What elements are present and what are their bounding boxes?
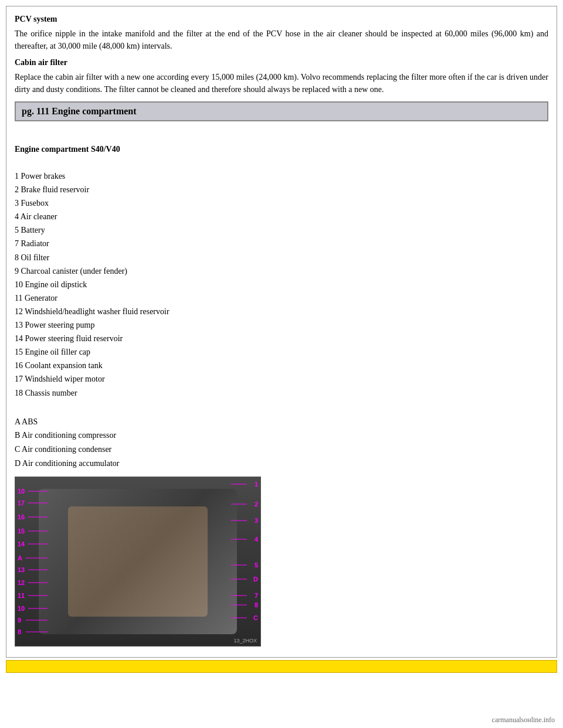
pcv-body: The orifice nipple in the intake manifol… <box>15 28 548 52</box>
bottom-yellow-bar <box>6 660 557 673</box>
diag-label-12-left: 12 <box>18 579 25 586</box>
list-item: C Air conditioning condenser <box>15 443 548 457</box>
list-item: 9 Charcoal canister (under fender) <box>15 264 548 278</box>
pcv-title: PCV system <box>15 15 548 24</box>
diag-label-8r-right: 8 <box>255 601 258 608</box>
list-item: 5 Battery <box>15 223 548 237</box>
list-item: 12 Windshield/headlight washer fluid res… <box>15 305 548 318</box>
diag-label-C-right: C <box>253 614 258 621</box>
parts-list: 1 Power brakes 2 Brake fluid reservoir 3… <box>15 169 548 400</box>
page-container: PCV system The orifice nipple in the int… <box>0 0 563 728</box>
diag-label-17-left: 17 <box>18 499 25 506</box>
list-item: 14 Power steering fluid reservoir <box>15 332 548 345</box>
engine-diagram-container: 10 17 16 15 14 A 13 12 11 10 9 8 1 2 3 4… <box>15 477 548 647</box>
diag-label-9-left: 9 <box>18 617 21 624</box>
diag-label-2-right: 2 <box>255 501 258 508</box>
diag-label-7-right: 7 <box>255 592 258 599</box>
diagram-watermark: 13_2HOX <box>233 638 257 644</box>
list-item: 2 Brake fluid reservoir <box>15 183 548 196</box>
optional-parts-list: A ABS B Air conditioning compressor C Ai… <box>15 415 548 471</box>
cabin-section: Cabin air filter Replace the cabin air f… <box>15 58 548 96</box>
list-item: 4 Air cleaner <box>15 210 548 223</box>
list-item: 1 Power brakes <box>15 169 548 183</box>
list-item: 17 Windshield wiper motor <box>15 372 548 386</box>
list-item: B Air conditioning compressor <box>15 428 548 443</box>
list-item: 16 Coolant expansion tank <box>15 359 548 372</box>
engine-inner-shape <box>68 506 208 617</box>
engine-compartment-title: Engine compartment S40/V40 <box>15 145 548 154</box>
page-banner: pg. 111 Engine compartment <box>15 101 548 121</box>
diag-label-D-right: D <box>253 576 258 583</box>
list-item: 13 Power steering pump <box>15 318 548 332</box>
diag-label-5-right: 5 <box>255 562 258 569</box>
pcv-section: PCV system The orifice nipple in the int… <box>15 15 548 52</box>
list-item: D Air conditioning accumulator <box>15 457 548 471</box>
main-content: PCV system The orifice nipple in the int… <box>6 6 557 658</box>
diag-label-1-right: 1 <box>255 481 258 488</box>
engine-body-shape <box>39 489 237 634</box>
diag-label-16-left: 16 <box>18 513 25 521</box>
diag-label-A-left: A <box>18 554 22 562</box>
diag-label-10b-left: 10 <box>18 605 25 612</box>
list-item: 15 Engine oil filler cap <box>15 345 548 359</box>
list-item: 7 Radiator <box>15 237 548 250</box>
diag-label-15-left: 15 <box>18 528 25 535</box>
diag-label-13-left: 13 <box>18 566 25 573</box>
diag-label-8-left: 8 <box>18 628 21 635</box>
diag-label-11-left: 11 <box>18 592 25 599</box>
engine-diagram: 10 17 16 15 14 A 13 12 11 10 9 8 1 2 3 4… <box>15 477 261 647</box>
list-item: 10 Engine oil dipstick <box>15 278 548 291</box>
list-item: 8 Oil filter <box>15 251 548 264</box>
cabin-body: Replace the cabin air filter with a new … <box>15 71 548 96</box>
site-watermark: carmanualsонline.info <box>492 716 555 724</box>
list-item: 18 Chassis number <box>15 386 548 400</box>
diag-label-14-left: 14 <box>18 540 25 547</box>
list-item: 11 Generator <box>15 291 548 305</box>
diag-label-3-right: 3 <box>255 517 258 524</box>
diag-label-4-right: 4 <box>255 536 258 543</box>
list-item: 3 Fusebox <box>15 196 548 210</box>
cabin-title: Cabin air filter <box>15 58 548 67</box>
list-item: A ABS <box>15 415 548 429</box>
diag-label-10-left: 10 <box>18 488 25 495</box>
